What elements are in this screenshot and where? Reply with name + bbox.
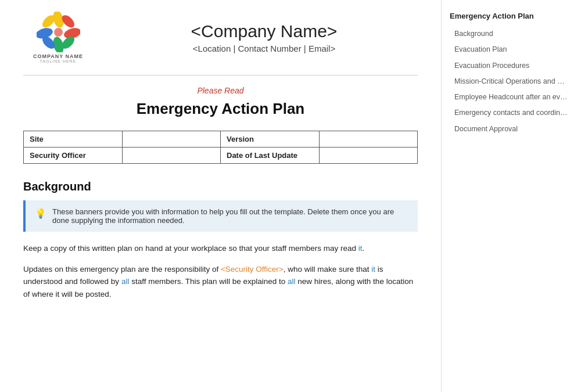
banner-text: These banners provide you with informati… bbox=[52, 207, 408, 225]
table-cell-version-label: Version bbox=[221, 131, 320, 148]
logo-company-name: COMPANY NAME bbox=[33, 53, 83, 59]
sidebar-item-emergency-contacts[interactable]: Emergency contacts and coordinators bbox=[450, 105, 573, 121]
sidebar-item-background[interactable]: Background bbox=[450, 26, 573, 42]
sidebar: Emergency Action Plan Background Evacuat… bbox=[442, 0, 581, 392]
para2-all2: all bbox=[288, 277, 296, 286]
header-contact: <Location | Contact Number | Email> bbox=[110, 44, 418, 53]
table-cell-version-value bbox=[319, 131, 418, 148]
sidebar-item-employee-headcount[interactable]: Employee Headcount after an evacua... bbox=[450, 89, 573, 105]
company-logo bbox=[37, 12, 80, 52]
paragraph1-text: Keep a copy of this written plan on hand… bbox=[23, 244, 358, 253]
sidebar-item-evacuation-procedures[interactable]: Evacuation Procedures bbox=[450, 58, 573, 74]
sidebar-item-document-approval[interactable]: Document Approval bbox=[450, 121, 573, 137]
header: COMPANY NAME TAGLINE HERE <Company Name>… bbox=[23, 12, 418, 63]
paragraph1-period: . bbox=[363, 244, 365, 253]
table-row: Site Version bbox=[24, 131, 418, 148]
table-cell-officer-value bbox=[122, 148, 221, 164]
info-banner: 💡 These banners provide you with informa… bbox=[23, 200, 418, 232]
please-read-label: Please Read bbox=[23, 86, 418, 95]
para2-part1: Updates on this emergency plan are the r… bbox=[23, 265, 221, 274]
table-cell-date-value bbox=[319, 148, 418, 164]
main-title: Emergency Action Plan bbox=[23, 100, 418, 118]
background-heading: Background bbox=[23, 180, 418, 193]
para2-part4: staff members. This plan will be explain… bbox=[129, 277, 288, 286]
logo-tagline: TAGLINE HERE bbox=[40, 59, 77, 63]
sidebar-heading: Emergency Action Plan bbox=[450, 12, 573, 20]
logo-area: COMPANY NAME TAGLINE HERE bbox=[23, 12, 93, 63]
para2-all1: all bbox=[121, 277, 130, 286]
table-cell-site-value bbox=[122, 131, 221, 148]
header-divider bbox=[23, 75, 418, 75]
table-row: Security Officer Date of Last Update bbox=[24, 148, 418, 164]
sidebar-item-evacuation-plan[interactable]: Evacuation Plan bbox=[450, 42, 573, 57]
background-paragraph1: Keep a copy of this written plan on hand… bbox=[23, 242, 418, 255]
header-text: <Company Name> <Location | Contact Numbe… bbox=[110, 21, 418, 53]
main-content: COMPANY NAME TAGLINE HERE <Company Name>… bbox=[0, 0, 442, 392]
paragraph1-it: it bbox=[358, 244, 363, 253]
svg-point-4 bbox=[54, 28, 63, 37]
table-cell-officer-label: Security Officer bbox=[24, 148, 123, 164]
table-cell-site-label: Site bbox=[24, 131, 123, 148]
para2-part2: , who will make sure that bbox=[284, 265, 372, 274]
sidebar-item-mission-critical[interactable]: Mission-Critical Operations and Work... bbox=[450, 74, 573, 89]
background-paragraph2: Updates on this emergency plan are the r… bbox=[23, 263, 418, 301]
bulb-icon: 💡 bbox=[35, 208, 46, 219]
info-table: Site Version Security Officer Date of La… bbox=[23, 131, 418, 164]
table-cell-date-label: Date of Last Update bbox=[221, 148, 320, 164]
para2-officer: <Security Officer> bbox=[221, 265, 284, 274]
header-company-name: <Company Name> bbox=[110, 21, 418, 41]
